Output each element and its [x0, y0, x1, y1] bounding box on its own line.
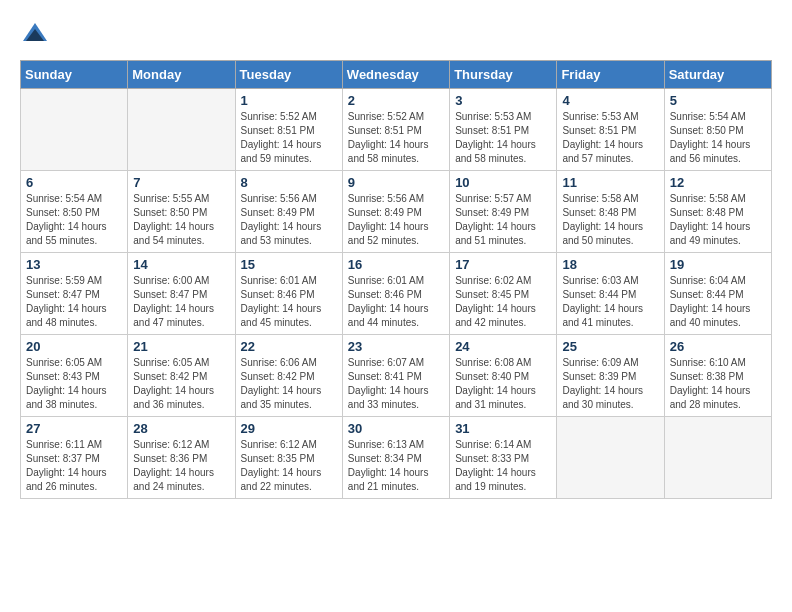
calendar-cell: 31 Sunrise: 6:14 AM Sunset: 8:33 PM Dayl…: [450, 417, 557, 499]
day-number: 28: [133, 421, 229, 436]
calendar-cell: 10 Sunrise: 5:57 AM Sunset: 8:49 PM Dayl…: [450, 171, 557, 253]
day-number: 11: [562, 175, 658, 190]
day-number: 4: [562, 93, 658, 108]
day-number: 27: [26, 421, 122, 436]
cell-detail: Sunrise: 5:56 AM Sunset: 8:49 PM Dayligh…: [348, 192, 444, 248]
calendar-cell: 22 Sunrise: 6:06 AM Sunset: 8:42 PM Dayl…: [235, 335, 342, 417]
calendar-cell: [557, 417, 664, 499]
cell-detail: Sunrise: 6:01 AM Sunset: 8:46 PM Dayligh…: [348, 274, 444, 330]
day-number: 12: [670, 175, 766, 190]
day-number: 3: [455, 93, 551, 108]
logo-icon: [20, 20, 50, 50]
cell-detail: Sunrise: 5:52 AM Sunset: 8:51 PM Dayligh…: [241, 110, 337, 166]
cell-detail: Sunrise: 6:11 AM Sunset: 8:37 PM Dayligh…: [26, 438, 122, 494]
calendar-cell: 15 Sunrise: 6:01 AM Sunset: 8:46 PM Dayl…: [235, 253, 342, 335]
day-number: 10: [455, 175, 551, 190]
day-number: 1: [241, 93, 337, 108]
logo: [20, 20, 54, 50]
calendar-week-row: 13 Sunrise: 5:59 AM Sunset: 8:47 PM Dayl…: [21, 253, 772, 335]
calendar-cell: 16 Sunrise: 6:01 AM Sunset: 8:46 PM Dayl…: [342, 253, 449, 335]
weekday-header: Wednesday: [342, 61, 449, 89]
calendar-cell: 29 Sunrise: 6:12 AM Sunset: 8:35 PM Dayl…: [235, 417, 342, 499]
calendar-cell: 17 Sunrise: 6:02 AM Sunset: 8:45 PM Dayl…: [450, 253, 557, 335]
cell-detail: Sunrise: 5:59 AM Sunset: 8:47 PM Dayligh…: [26, 274, 122, 330]
day-number: 5: [670, 93, 766, 108]
day-number: 8: [241, 175, 337, 190]
day-number: 7: [133, 175, 229, 190]
calendar-cell: 14 Sunrise: 6:00 AM Sunset: 8:47 PM Dayl…: [128, 253, 235, 335]
day-number: 20: [26, 339, 122, 354]
calendar-cell: 23 Sunrise: 6:07 AM Sunset: 8:41 PM Dayl…: [342, 335, 449, 417]
calendar-cell: 8 Sunrise: 5:56 AM Sunset: 8:49 PM Dayli…: [235, 171, 342, 253]
cell-detail: Sunrise: 6:00 AM Sunset: 8:47 PM Dayligh…: [133, 274, 229, 330]
day-number: 6: [26, 175, 122, 190]
calendar-cell: 1 Sunrise: 5:52 AM Sunset: 8:51 PM Dayli…: [235, 89, 342, 171]
day-number: 15: [241, 257, 337, 272]
calendar-cell: 20 Sunrise: 6:05 AM Sunset: 8:43 PM Dayl…: [21, 335, 128, 417]
calendar-cell: [21, 89, 128, 171]
calendar-week-row: 1 Sunrise: 5:52 AM Sunset: 8:51 PM Dayli…: [21, 89, 772, 171]
day-number: 26: [670, 339, 766, 354]
calendar-cell: 25 Sunrise: 6:09 AM Sunset: 8:39 PM Dayl…: [557, 335, 664, 417]
calendar-cell: 19 Sunrise: 6:04 AM Sunset: 8:44 PM Dayl…: [664, 253, 771, 335]
calendar-cell: 12 Sunrise: 5:58 AM Sunset: 8:48 PM Dayl…: [664, 171, 771, 253]
day-number: 21: [133, 339, 229, 354]
weekday-header: Thursday: [450, 61, 557, 89]
calendar-cell: 26 Sunrise: 6:10 AM Sunset: 8:38 PM Dayl…: [664, 335, 771, 417]
calendar-week-row: 20 Sunrise: 6:05 AM Sunset: 8:43 PM Dayl…: [21, 335, 772, 417]
cell-detail: Sunrise: 5:54 AM Sunset: 8:50 PM Dayligh…: [26, 192, 122, 248]
calendar-table: SundayMondayTuesdayWednesdayThursdayFrid…: [20, 60, 772, 499]
day-number: 22: [241, 339, 337, 354]
weekday-header: Saturday: [664, 61, 771, 89]
cell-detail: Sunrise: 6:12 AM Sunset: 8:35 PM Dayligh…: [241, 438, 337, 494]
calendar-cell: 28 Sunrise: 6:12 AM Sunset: 8:36 PM Dayl…: [128, 417, 235, 499]
day-number: 13: [26, 257, 122, 272]
cell-detail: Sunrise: 5:52 AM Sunset: 8:51 PM Dayligh…: [348, 110, 444, 166]
day-number: 23: [348, 339, 444, 354]
calendar-cell: [128, 89, 235, 171]
calendar-cell: 21 Sunrise: 6:05 AM Sunset: 8:42 PM Dayl…: [128, 335, 235, 417]
calendar-cell: 5 Sunrise: 5:54 AM Sunset: 8:50 PM Dayli…: [664, 89, 771, 171]
calendar-cell: 9 Sunrise: 5:56 AM Sunset: 8:49 PM Dayli…: [342, 171, 449, 253]
day-number: 14: [133, 257, 229, 272]
cell-detail: Sunrise: 5:55 AM Sunset: 8:50 PM Dayligh…: [133, 192, 229, 248]
cell-detail: Sunrise: 5:57 AM Sunset: 8:49 PM Dayligh…: [455, 192, 551, 248]
calendar-cell: 2 Sunrise: 5:52 AM Sunset: 8:51 PM Dayli…: [342, 89, 449, 171]
cell-detail: Sunrise: 5:53 AM Sunset: 8:51 PM Dayligh…: [562, 110, 658, 166]
day-number: 24: [455, 339, 551, 354]
cell-detail: Sunrise: 6:05 AM Sunset: 8:42 PM Dayligh…: [133, 356, 229, 412]
calendar-cell: 30 Sunrise: 6:13 AM Sunset: 8:34 PM Dayl…: [342, 417, 449, 499]
weekday-header: Monday: [128, 61, 235, 89]
cell-detail: Sunrise: 6:09 AM Sunset: 8:39 PM Dayligh…: [562, 356, 658, 412]
cell-detail: Sunrise: 6:12 AM Sunset: 8:36 PM Dayligh…: [133, 438, 229, 494]
calendar-body: 1 Sunrise: 5:52 AM Sunset: 8:51 PM Dayli…: [21, 89, 772, 499]
day-number: 29: [241, 421, 337, 436]
day-number: 18: [562, 257, 658, 272]
calendar-cell: 13 Sunrise: 5:59 AM Sunset: 8:47 PM Dayl…: [21, 253, 128, 335]
cell-detail: Sunrise: 6:08 AM Sunset: 8:40 PM Dayligh…: [455, 356, 551, 412]
calendar-cell: 18 Sunrise: 6:03 AM Sunset: 8:44 PM Dayl…: [557, 253, 664, 335]
cell-detail: Sunrise: 5:58 AM Sunset: 8:48 PM Dayligh…: [670, 192, 766, 248]
page-header: [20, 20, 772, 50]
cell-detail: Sunrise: 6:06 AM Sunset: 8:42 PM Dayligh…: [241, 356, 337, 412]
cell-detail: Sunrise: 6:07 AM Sunset: 8:41 PM Dayligh…: [348, 356, 444, 412]
day-number: 2: [348, 93, 444, 108]
calendar-cell: [664, 417, 771, 499]
cell-detail: Sunrise: 6:04 AM Sunset: 8:44 PM Dayligh…: [670, 274, 766, 330]
cell-detail: Sunrise: 6:01 AM Sunset: 8:46 PM Dayligh…: [241, 274, 337, 330]
cell-detail: Sunrise: 6:13 AM Sunset: 8:34 PM Dayligh…: [348, 438, 444, 494]
day-number: 19: [670, 257, 766, 272]
calendar-cell: 24 Sunrise: 6:08 AM Sunset: 8:40 PM Dayl…: [450, 335, 557, 417]
calendar-cell: 4 Sunrise: 5:53 AM Sunset: 8:51 PM Dayli…: [557, 89, 664, 171]
cell-detail: Sunrise: 6:03 AM Sunset: 8:44 PM Dayligh…: [562, 274, 658, 330]
calendar-week-row: 27 Sunrise: 6:11 AM Sunset: 8:37 PM Dayl…: [21, 417, 772, 499]
calendar-cell: 7 Sunrise: 5:55 AM Sunset: 8:50 PM Dayli…: [128, 171, 235, 253]
cell-detail: Sunrise: 6:14 AM Sunset: 8:33 PM Dayligh…: [455, 438, 551, 494]
weekday-header: Tuesday: [235, 61, 342, 89]
day-number: 16: [348, 257, 444, 272]
day-number: 30: [348, 421, 444, 436]
calendar-cell: 6 Sunrise: 5:54 AM Sunset: 8:50 PM Dayli…: [21, 171, 128, 253]
weekday-header: Sunday: [21, 61, 128, 89]
calendar-header-row: SundayMondayTuesdayWednesdayThursdayFrid…: [21, 61, 772, 89]
calendar-cell: 27 Sunrise: 6:11 AM Sunset: 8:37 PM Dayl…: [21, 417, 128, 499]
